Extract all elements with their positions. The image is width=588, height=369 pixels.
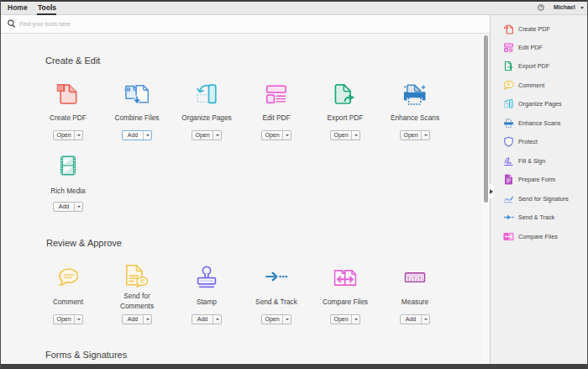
svg-text:?: ? <box>540 5 543 10</box>
